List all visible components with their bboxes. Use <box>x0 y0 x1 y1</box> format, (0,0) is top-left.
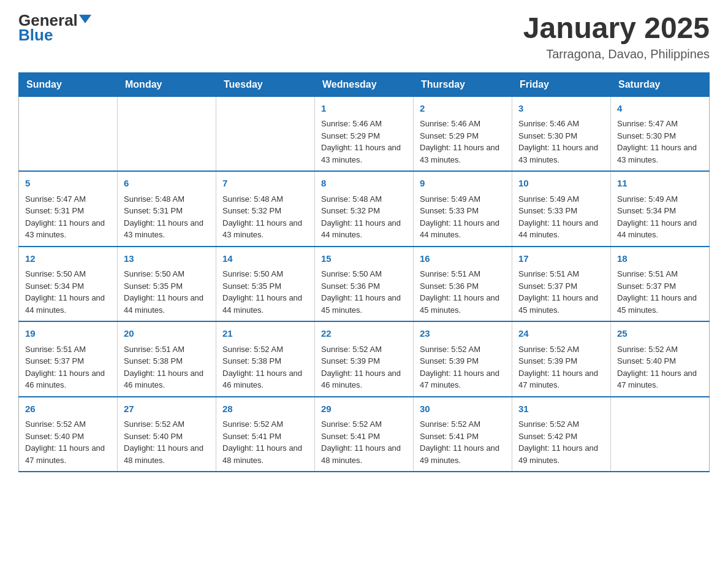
calendar-day-header: Wednesday <box>315 72 414 96</box>
day-info: Sunrise: 5:51 AM Sunset: 5:37 PM Dayligh… <box>617 268 703 316</box>
calendar-week-row: 5Sunrise: 5:47 AM Sunset: 5:31 PM Daylig… <box>19 171 710 247</box>
day-number: 18 <box>617 252 703 266</box>
page-header: General Blue January 2025 Tarragona, Dav… <box>18 12 710 61</box>
calendar-cell: 7Sunrise: 5:48 AM Sunset: 5:32 PM Daylig… <box>216 171 315 247</box>
day-info: Sunrise: 5:50 AM Sunset: 5:34 PM Dayligh… <box>25 268 111 316</box>
calendar-cell: 5Sunrise: 5:47 AM Sunset: 5:31 PM Daylig… <box>19 171 118 247</box>
day-number: 15 <box>321 252 407 266</box>
calendar-cell: 8Sunrise: 5:48 AM Sunset: 5:32 PM Daylig… <box>315 171 414 247</box>
day-info: Sunrise: 5:50 AM Sunset: 5:35 PM Dayligh… <box>222 268 308 316</box>
calendar-day-header: Sunday <box>19 72 118 96</box>
day-number: 8 <box>321 177 407 191</box>
calendar-header-row: SundayMondayTuesdayWednesdayThursdayFrid… <box>19 72 710 96</box>
calendar-cell: 25Sunrise: 5:52 AM Sunset: 5:40 PM Dayli… <box>611 321 710 397</box>
day-info: Sunrise: 5:47 AM Sunset: 5:30 PM Dayligh… <box>617 118 703 166</box>
day-number: 19 <box>25 327 111 341</box>
day-number: 7 <box>222 177 308 191</box>
day-number: 24 <box>518 327 604 341</box>
logo: General Blue <box>18 12 91 45</box>
day-number: 3 <box>518 102 604 116</box>
day-number: 30 <box>420 402 506 416</box>
day-info: Sunrise: 5:52 AM Sunset: 5:41 PM Dayligh… <box>321 418 407 466</box>
subtitle: Tarragona, Davao, Philippines <box>523 47 710 61</box>
calendar-cell: 31Sunrise: 5:52 AM Sunset: 5:42 PM Dayli… <box>512 397 611 472</box>
day-number: 12 <box>25 252 111 266</box>
day-number: 22 <box>321 327 407 341</box>
calendar-cell: 14Sunrise: 5:50 AM Sunset: 5:35 PM Dayli… <box>216 247 315 322</box>
day-info: Sunrise: 5:51 AM Sunset: 5:36 PM Dayligh… <box>420 268 506 316</box>
day-number: 2 <box>420 102 506 116</box>
day-number: 31 <box>518 402 604 416</box>
day-number: 9 <box>420 177 506 191</box>
calendar-cell <box>118 96 216 171</box>
day-number: 27 <box>124 402 210 416</box>
calendar-week-row: 12Sunrise: 5:50 AM Sunset: 5:34 PM Dayli… <box>19 247 710 322</box>
calendar-cell: 21Sunrise: 5:52 AM Sunset: 5:38 PM Dayli… <box>216 321 315 397</box>
logo-triangle-icon <box>79 15 91 23</box>
day-info: Sunrise: 5:51 AM Sunset: 5:37 PM Dayligh… <box>25 343 111 391</box>
calendar-cell: 30Sunrise: 5:52 AM Sunset: 5:41 PM Dayli… <box>414 397 512 472</box>
day-info: Sunrise: 5:52 AM Sunset: 5:41 PM Dayligh… <box>420 418 506 466</box>
day-info: Sunrise: 5:46 AM Sunset: 5:29 PM Dayligh… <box>420 118 506 166</box>
day-number: 26 <box>25 402 111 416</box>
calendar-cell: 22Sunrise: 5:52 AM Sunset: 5:39 PM Dayli… <box>315 321 414 397</box>
calendar-cell <box>216 96 315 171</box>
day-number: 16 <box>420 252 506 266</box>
day-info: Sunrise: 5:52 AM Sunset: 5:38 PM Dayligh… <box>222 343 308 391</box>
calendar-cell: 29Sunrise: 5:52 AM Sunset: 5:41 PM Dayli… <box>315 397 414 472</box>
day-number: 13 <box>124 252 210 266</box>
day-number: 20 <box>124 327 210 341</box>
day-info: Sunrise: 5:52 AM Sunset: 5:42 PM Dayligh… <box>518 418 604 466</box>
calendar-cell: 3Sunrise: 5:46 AM Sunset: 5:30 PM Daylig… <box>512 96 611 171</box>
calendar-cell: 17Sunrise: 5:51 AM Sunset: 5:37 PM Dayli… <box>512 247 611 322</box>
day-info: Sunrise: 5:48 AM Sunset: 5:32 PM Dayligh… <box>321 193 407 241</box>
day-number: 28 <box>222 402 308 416</box>
day-number: 10 <box>518 177 604 191</box>
day-info: Sunrise: 5:52 AM Sunset: 5:41 PM Dayligh… <box>222 418 308 466</box>
calendar-cell: 2Sunrise: 5:46 AM Sunset: 5:29 PM Daylig… <box>414 96 512 171</box>
day-info: Sunrise: 5:51 AM Sunset: 5:38 PM Dayligh… <box>124 343 210 391</box>
calendar-cell: 19Sunrise: 5:51 AM Sunset: 5:37 PM Dayli… <box>19 321 118 397</box>
calendar-day-header: Thursday <box>414 72 512 96</box>
day-number: 23 <box>420 327 506 341</box>
day-info: Sunrise: 5:50 AM Sunset: 5:36 PM Dayligh… <box>321 268 407 316</box>
calendar-cell: 24Sunrise: 5:52 AM Sunset: 5:39 PM Dayli… <box>512 321 611 397</box>
day-info: Sunrise: 5:52 AM Sunset: 5:39 PM Dayligh… <box>518 343 604 391</box>
calendar-cell: 12Sunrise: 5:50 AM Sunset: 5:34 PM Dayli… <box>19 247 118 322</box>
day-number: 17 <box>518 252 604 266</box>
calendar-cell: 9Sunrise: 5:49 AM Sunset: 5:33 PM Daylig… <box>414 171 512 247</box>
day-number: 1 <box>321 102 407 116</box>
day-info: Sunrise: 5:46 AM Sunset: 5:29 PM Dayligh… <box>321 118 407 166</box>
calendar-cell: 20Sunrise: 5:51 AM Sunset: 5:38 PM Dayli… <box>118 321 216 397</box>
calendar-week-row: 1Sunrise: 5:46 AM Sunset: 5:29 PM Daylig… <box>19 96 710 171</box>
day-number: 4 <box>617 102 703 116</box>
day-number: 21 <box>222 327 308 341</box>
calendar-table: SundayMondayTuesdayWednesdayThursdayFrid… <box>18 72 710 473</box>
calendar-cell: 18Sunrise: 5:51 AM Sunset: 5:37 PM Dayli… <box>611 247 710 322</box>
calendar-cell: 6Sunrise: 5:48 AM Sunset: 5:31 PM Daylig… <box>118 171 216 247</box>
day-number: 5 <box>25 177 111 191</box>
calendar-cell <box>611 397 710 472</box>
day-info: Sunrise: 5:52 AM Sunset: 5:40 PM Dayligh… <box>124 418 210 466</box>
day-info: Sunrise: 5:51 AM Sunset: 5:37 PM Dayligh… <box>518 268 604 316</box>
calendar-cell: 11Sunrise: 5:49 AM Sunset: 5:34 PM Dayli… <box>611 171 710 247</box>
day-info: Sunrise: 5:49 AM Sunset: 5:33 PM Dayligh… <box>420 193 506 241</box>
day-info: Sunrise: 5:52 AM Sunset: 5:40 PM Dayligh… <box>25 418 111 466</box>
calendar-cell: 28Sunrise: 5:52 AM Sunset: 5:41 PM Dayli… <box>216 397 315 472</box>
calendar-cell: 26Sunrise: 5:52 AM Sunset: 5:40 PM Dayli… <box>19 397 118 472</box>
calendar-cell <box>19 96 118 171</box>
day-number: 25 <box>617 327 703 341</box>
day-info: Sunrise: 5:48 AM Sunset: 5:32 PM Dayligh… <box>222 193 308 241</box>
day-info: Sunrise: 5:48 AM Sunset: 5:31 PM Dayligh… <box>124 193 210 241</box>
calendar-day-header: Monday <box>118 72 216 96</box>
day-info: Sunrise: 5:50 AM Sunset: 5:35 PM Dayligh… <box>124 268 210 316</box>
calendar-cell: 4Sunrise: 5:47 AM Sunset: 5:30 PM Daylig… <box>611 96 710 171</box>
title-block: January 2025 Tarragona, Davao, Philippin… <box>523 12 710 61</box>
calendar-cell: 15Sunrise: 5:50 AM Sunset: 5:36 PM Dayli… <box>315 247 414 322</box>
calendar-cell: 23Sunrise: 5:52 AM Sunset: 5:39 PM Dayli… <box>414 321 512 397</box>
calendar-week-row: 26Sunrise: 5:52 AM Sunset: 5:40 PM Dayli… <box>19 397 710 472</box>
day-info: Sunrise: 5:52 AM Sunset: 5:39 PM Dayligh… <box>420 343 506 391</box>
day-number: 29 <box>321 402 407 416</box>
day-number: 14 <box>222 252 308 266</box>
calendar-day-header: Saturday <box>611 72 710 96</box>
